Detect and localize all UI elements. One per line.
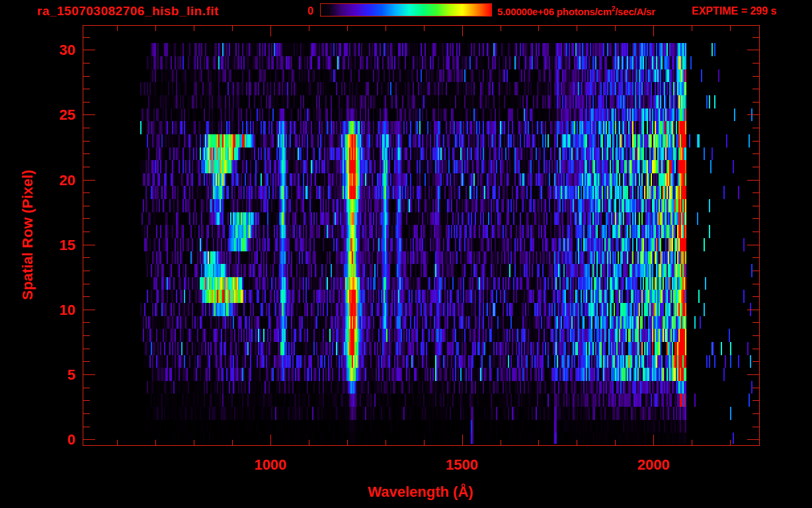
tick-mark (577, 440, 577, 445)
tick-mark (752, 257, 759, 258)
tick-mark (83, 63, 90, 64)
tick-mark (83, 89, 90, 89)
colorbar-min-label: 0 (290, 5, 313, 17)
colorbar-units-suffix: /sec/A/sr (615, 6, 655, 17)
tick-mark (462, 26, 463, 36)
tick-mark (752, 322, 759, 323)
tick-mark (692, 440, 692, 445)
tick-mark (752, 76, 759, 77)
tick-mark (747, 180, 759, 181)
tick-mark (747, 245, 759, 245)
y-tick-label: 25 (42, 106, 75, 124)
colorbar-max-label: 5.00000e+06 photons/cm2/sec/A/sr (497, 5, 655, 17)
tick-mark (747, 439, 759, 440)
tick-mark (615, 26, 616, 31)
tick-mark (117, 26, 118, 31)
tick-mark (83, 439, 95, 440)
tick-mark (462, 435, 463, 445)
tick-mark (538, 26, 539, 31)
tick-mark (752, 167, 759, 167)
tick-mark (752, 206, 759, 206)
tick-mark (752, 128, 759, 128)
x-axis-title: Wavelength (Å) (0, 484, 812, 501)
tick-mark (424, 26, 425, 31)
tick-mark (232, 26, 233, 31)
tick-mark (538, 440, 539, 445)
spectral-viewer-window: ra_150703082706_hisb_lin.fit 0 5.00000e+… (0, 0, 812, 508)
tick-mark (309, 26, 309, 31)
tick-mark (83, 374, 95, 375)
tick-mark (83, 76, 90, 77)
file-title: ra_150703082706_hisb_lin.fit (37, 4, 219, 19)
tick-mark (752, 361, 759, 362)
tick-mark (752, 296, 759, 297)
tick-mark (117, 440, 118, 445)
tick-mark (83, 141, 90, 142)
tick-mark (83, 427, 90, 427)
tick-mark (747, 310, 759, 310)
tick-mark (653, 435, 654, 445)
colorbar-max-value: 5.00000e+06 (497, 6, 554, 17)
tick-mark (83, 245, 95, 245)
tick-mark (83, 322, 90, 323)
plot-frame (83, 25, 760, 446)
tick-mark (83, 206, 90, 206)
x-tick-label: 1500 (432, 456, 492, 474)
tick-mark (83, 50, 95, 50)
tick-mark (83, 37, 90, 38)
tick-mark (83, 413, 90, 414)
tick-mark (194, 26, 194, 31)
tick-mark (752, 400, 759, 401)
tick-mark (347, 26, 348, 31)
x-tick-label: 1000 (241, 456, 300, 474)
tick-mark (747, 114, 759, 115)
tick-mark (747, 50, 759, 50)
tick-mark (194, 440, 194, 445)
tick-mark (270, 435, 271, 445)
tick-mark (752, 218, 759, 219)
tick-mark (752, 388, 759, 388)
tick-mark (424, 440, 425, 445)
y-tick-label: 5 (42, 366, 75, 384)
tick-mark (752, 271, 759, 271)
tick-mark (653, 26, 654, 36)
tick-mark (752, 232, 759, 232)
tick-mark (752, 349, 759, 349)
tick-mark (501, 440, 501, 445)
tick-mark (83, 388, 90, 388)
tick-mark (83, 257, 90, 258)
y-tick-label: 0 (42, 431, 75, 448)
tick-mark (83, 361, 90, 362)
tick-mark (83, 400, 90, 401)
y-axis-title: Spatial Row (Pixel) (19, 170, 36, 300)
tick-mark (232, 440, 233, 445)
tick-mark (501, 26, 501, 31)
tick-mark (83, 180, 95, 181)
tick-mark (752, 141, 759, 142)
tick-mark (752, 427, 759, 427)
x-tick-label: 2000 (624, 456, 683, 474)
tick-mark (386, 440, 386, 445)
tick-mark (83, 284, 90, 284)
tick-mark (309, 440, 309, 445)
tick-mark (752, 63, 759, 64)
tick-mark (83, 102, 90, 103)
tick-mark (730, 26, 731, 31)
tick-mark (347, 440, 348, 445)
tick-mark (83, 114, 95, 115)
tick-mark (615, 440, 616, 445)
y-tick-label: 15 (42, 237, 75, 254)
tick-mark (752, 37, 759, 38)
y-tick-label: 30 (42, 42, 75, 59)
y-tick-label: 10 (42, 302, 75, 319)
tick-mark (752, 335, 759, 336)
tick-mark (730, 440, 731, 445)
tick-mark (83, 349, 90, 349)
tick-mark (752, 102, 759, 103)
tick-mark (752, 89, 759, 89)
tick-mark (83, 128, 90, 128)
tick-mark (83, 153, 90, 154)
colorbar-units-prefix: photons/cm (557, 6, 612, 17)
tick-mark (83, 296, 90, 297)
colorbar-gradient (320, 3, 492, 17)
